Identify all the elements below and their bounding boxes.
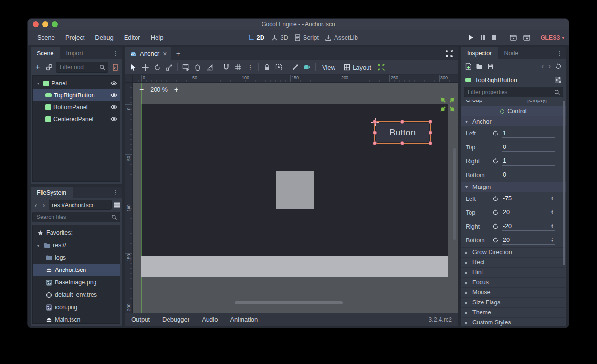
selection-handle[interactable] <box>373 120 377 124</box>
attach-script-icon[interactable] <box>110 62 120 72</box>
close-tab-icon[interactable]: × <box>163 50 167 58</box>
visibility-eye-icon[interactable] <box>110 104 117 110</box>
margin-section-header[interactable]: ▾ Margin <box>461 182 566 192</box>
history-forward-icon[interactable]: › <box>548 62 551 70</box>
revert-icon[interactable] <box>492 158 499 164</box>
margin-top-field[interactable]: 20 ▲▼ <box>502 208 555 217</box>
selection-handle[interactable] <box>400 120 404 124</box>
spinbox-stepper[interactable]: ▲▼ <box>551 224 554 229</box>
anchor-left-field[interactable]: 1 <box>502 129 555 138</box>
section-rect[interactable]: ▸Rect <box>461 257 566 267</box>
tab-animation[interactable]: Animation <box>230 316 258 323</box>
new-tab-button[interactable]: + <box>171 47 185 60</box>
selection-handle[interactable] <box>373 141 377 145</box>
zoom-out-button[interactable]: − <box>139 86 144 94</box>
stop-button[interactable] <box>492 35 497 40</box>
menu-editor[interactable]: Editor <box>119 32 145 43</box>
save-icon[interactable] <box>487 63 493 70</box>
vertical-scrollbar[interactable] <box>453 148 456 240</box>
file-row[interactable]: Main.tscn <box>33 313 120 324</box>
layout-menu-button[interactable]: Layout <box>340 64 375 71</box>
load-resource-icon[interactable] <box>476 63 483 69</box>
split-mode-icon[interactable] <box>113 202 120 208</box>
zoom-button[interactable] <box>52 21 58 27</box>
object-history-icon[interactable] <box>555 63 562 70</box>
back-icon[interactable]: ‹ <box>32 201 39 209</box>
selection-handle[interactable] <box>373 131 377 135</box>
folder-row[interactable]: logs <box>33 251 120 264</box>
close-button[interactable] <box>33 21 39 27</box>
revert-icon[interactable] <box>492 209 499 216</box>
tab-audio[interactable]: Audio <box>202 316 218 323</box>
play-custom-scene-button[interactable] <box>523 34 530 41</box>
section-theme[interactable]: ▸Theme <box>461 307 566 317</box>
anchor-preset-icon[interactable] <box>376 62 387 73</box>
dock-menu-icon[interactable]: ⋮ <box>113 50 119 57</box>
grid-snap-icon[interactable] <box>232 62 244 73</box>
minimize-button[interactable] <box>42 21 48 27</box>
file-row[interactable]: default_env.tres <box>33 289 120 301</box>
history-back-icon[interactable]: ‹ <box>541 62 544 70</box>
revert-icon[interactable] <box>492 223 499 229</box>
tree-row[interactable]: ▾ Panel <box>33 77 120 89</box>
mode-assetlib[interactable]: AssetLib <box>325 34 358 41</box>
pause-button[interactable] <box>480 35 485 41</box>
chevron-down-icon[interactable]: ▾ <box>35 81 41 86</box>
ruler-tool-icon[interactable] <box>204 62 215 73</box>
visibility-eye-icon[interactable] <box>110 116 117 122</box>
tree-row[interactable]: TopRightButton <box>33 89 120 101</box>
menu-project[interactable]: Project <box>61 32 89 43</box>
spinbox-stepper[interactable]: ▲▼ <box>551 196 554 201</box>
anchor-section-header[interactable]: ▾ Anchor <box>461 116 566 126</box>
tab-scene[interactable]: Scene <box>31 47 60 59</box>
folder-row[interactable]: ▾ res:// <box>33 239 120 251</box>
scene-tab-anchor[interactable]: Anchor × <box>125 47 171 60</box>
centered-panel-node[interactable] <box>276 171 314 209</box>
visibility-eye-icon[interactable] <box>110 81 117 86</box>
play-button[interactable] <box>468 34 474 41</box>
play-scene-button[interactable] <box>510 34 517 41</box>
margin-bottom-field[interactable]: 20 ▲▼ <box>502 236 555 245</box>
section-focus[interactable]: ▸Focus <box>461 277 566 287</box>
mode-script[interactable]: Script <box>295 34 319 41</box>
section-mouse[interactable]: ▸Mouse <box>461 287 566 297</box>
selection-handle[interactable] <box>429 120 432 124</box>
smart-snap-icon[interactable] <box>220 62 232 73</box>
revert-icon[interactable] <box>492 130 499 136</box>
zoom-level[interactable]: 200 % <box>150 86 167 93</box>
current-path[interactable]: res://Anchor.tscn <box>49 200 112 210</box>
select-tool-icon[interactable] <box>127 62 139 73</box>
lock-icon[interactable] <box>261 62 272 73</box>
tab-inspector[interactable]: Inspector <box>461 47 498 59</box>
section-hint[interactable]: ▸Hint <box>461 267 566 277</box>
chevron-down-icon[interactable]: ▾ <box>35 243 41 248</box>
file-row[interactable]: Anchor.tscn <box>33 264 120 276</box>
anchor-right-field[interactable]: 1 <box>502 157 555 166</box>
forward-icon[interactable]: › <box>41 201 47 209</box>
snap-options-icon[interactable]: ⋮ <box>244 62 256 73</box>
pan-tool-icon[interactable] <box>192 62 203 73</box>
selection-handle[interactable] <box>400 141 404 145</box>
bottom-panel-node[interactable] <box>141 256 448 277</box>
viewport[interactable]: Button − 200 <box>133 83 458 313</box>
mode-2d[interactable]: 2D <box>248 34 265 41</box>
override-camera-icon[interactable] <box>302 62 313 73</box>
group-icon[interactable] <box>273 62 284 73</box>
menu-debug[interactable]: Debug <box>90 32 118 43</box>
renderer-dropdown[interactable]: GLES3 ▾ <box>540 34 564 41</box>
control-category-header[interactable]: Control <box>461 106 566 116</box>
add-node-button[interactable]: + <box>33 62 42 72</box>
visibility-eye-icon[interactable] <box>110 93 117 98</box>
anchor-bottom-field[interactable]: 0 <box>502 171 555 179</box>
horizontal-scrollbar[interactable] <box>235 301 343 304</box>
section-custom-styles[interactable]: ▸Custom Styles <box>461 317 566 326</box>
section-size-flags[interactable]: ▸Size Flags <box>461 297 566 307</box>
tab-import[interactable]: Import <box>60 47 89 59</box>
tab-filesystem[interactable]: FileSystem <box>31 187 73 198</box>
file-search-input[interactable] <box>36 214 110 220</box>
rotate-tool-icon[interactable] <box>151 62 163 73</box>
instance-scene-icon[interactable] <box>44 62 54 72</box>
revert-icon[interactable] <box>492 196 499 202</box>
file-row[interactable]: BaseImage.png <box>33 276 120 289</box>
anchor-top-field[interactable]: 0 <box>502 143 555 152</box>
